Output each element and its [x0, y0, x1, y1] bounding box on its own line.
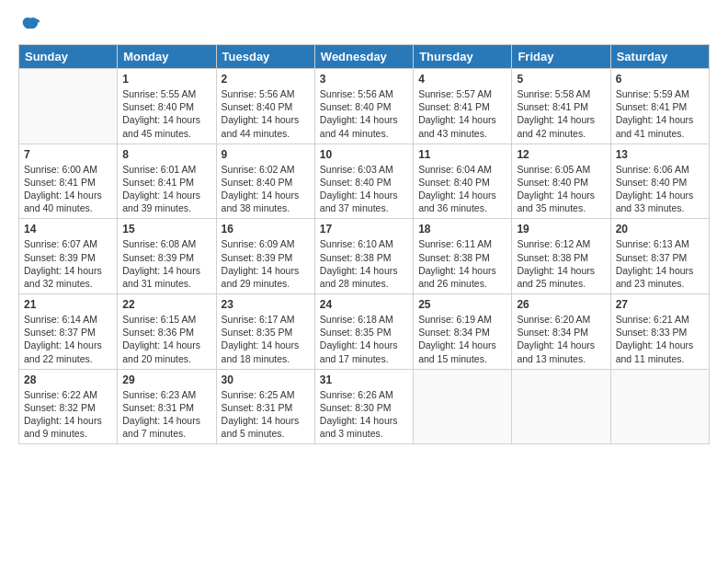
- calendar-body: 1Sunrise: 5:55 AM Sunset: 8:40 PM Daylig…: [19, 69, 710, 444]
- day-number: 23: [222, 298, 310, 311]
- calendar-cell: [19, 69, 118, 144]
- calendar-cell: 20Sunrise: 6:13 AM Sunset: 8:37 PM Dayli…: [610, 219, 709, 294]
- day-info: Sunrise: 6:25 AM Sunset: 8:31 PM Dayligh…: [222, 388, 310, 441]
- day-info: Sunrise: 6:19 AM Sunset: 8:34 PM Dayligh…: [418, 313, 506, 365]
- day-info: Sunrise: 6:08 AM Sunset: 8:39 PM Dayligh…: [122, 237, 210, 290]
- day-info: Sunrise: 6:06 AM Sunset: 8:40 PM Dayligh…: [616, 163, 704, 215]
- days-of-week-row: SundayMondayTuesdayWednesdayThursdayFrid…: [19, 45, 710, 69]
- day-number: 20: [616, 223, 704, 236]
- day-number: 30: [222, 373, 310, 386]
- day-info: Sunrise: 6:01 AM Sunset: 8:41 PM Dayligh…: [122, 163, 210, 215]
- day-of-week-sunday: Sunday: [19, 45, 118, 69]
- day-info: Sunrise: 6:02 AM Sunset: 8:40 PM Dayligh…: [222, 163, 310, 215]
- day-of-week-friday: Friday: [512, 45, 610, 69]
- calendar-cell: 22Sunrise: 6:15 AM Sunset: 8:36 PM Dayli…: [118, 294, 216, 370]
- calendar-cell: 2Sunrise: 5:56 AM Sunset: 8:40 PM Daylig…: [216, 69, 314, 144]
- calendar-cell: 18Sunrise: 6:11 AM Sunset: 8:38 PM Dayli…: [414, 219, 512, 294]
- week-row-1: 1Sunrise: 5:55 AM Sunset: 8:40 PM Daylig…: [19, 69, 710, 144]
- calendar-cell: 24Sunrise: 6:18 AM Sunset: 8:35 PM Dayli…: [314, 294, 413, 370]
- day-number: 13: [616, 148, 704, 161]
- day-number: 19: [517, 223, 605, 236]
- day-of-week-wednesday: Wednesday: [314, 45, 413, 69]
- day-of-week-monday: Monday: [118, 45, 216, 69]
- calendar-cell: 19Sunrise: 6:12 AM Sunset: 8:38 PM Dayli…: [512, 219, 610, 294]
- calendar-cell: [414, 369, 512, 444]
- calendar-cell: 1Sunrise: 5:55 AM Sunset: 8:40 PM Daylig…: [118, 69, 216, 144]
- day-info: Sunrise: 5:55 AM Sunset: 8:40 PM Dayligh…: [122, 87, 210, 140]
- day-number: 12: [517, 148, 605, 161]
- day-number: 27: [616, 298, 704, 311]
- calendar-cell: 16Sunrise: 6:09 AM Sunset: 8:39 PM Dayli…: [216, 219, 314, 294]
- week-row-2: 7Sunrise: 6:00 AM Sunset: 8:41 PM Daylig…: [19, 144, 710, 219]
- day-info: Sunrise: 6:22 AM Sunset: 8:32 PM Dayligh…: [24, 388, 112, 441]
- day-number: 6: [616, 73, 704, 86]
- logo: [18, 15, 40, 35]
- calendar-cell: 9Sunrise: 6:02 AM Sunset: 8:40 PM Daylig…: [216, 144, 314, 219]
- calendar-cell: 27Sunrise: 6:21 AM Sunset: 8:33 PM Dayli…: [610, 294, 709, 370]
- day-number: 10: [320, 148, 408, 161]
- calendar-cell: 12Sunrise: 6:05 AM Sunset: 8:40 PM Dayli…: [512, 144, 610, 219]
- day-info: Sunrise: 6:21 AM Sunset: 8:33 PM Dayligh…: [616, 313, 704, 365]
- calendar-cell: [512, 369, 610, 444]
- day-info: Sunrise: 6:03 AM Sunset: 8:40 PM Dayligh…: [320, 163, 408, 215]
- day-info: Sunrise: 6:00 AM Sunset: 8:41 PM Dayligh…: [24, 163, 112, 215]
- calendar-cell: 29Sunrise: 6:23 AM Sunset: 8:31 PM Dayli…: [118, 369, 216, 444]
- day-info: Sunrise: 5:56 AM Sunset: 8:40 PM Dayligh…: [320, 87, 408, 140]
- day-number: 21: [24, 298, 112, 311]
- calendar-header: SundayMondayTuesdayWednesdayThursdayFrid…: [19, 45, 710, 69]
- day-number: 15: [122, 223, 210, 236]
- day-info: Sunrise: 6:18 AM Sunset: 8:35 PM Dayligh…: [320, 313, 408, 365]
- day-number: 26: [517, 298, 605, 311]
- day-number: 1: [122, 73, 210, 86]
- day-info: Sunrise: 6:07 AM Sunset: 8:39 PM Dayligh…: [24, 237, 112, 290]
- day-info: Sunrise: 6:26 AM Sunset: 8:30 PM Dayligh…: [320, 388, 408, 441]
- day-info: Sunrise: 6:12 AM Sunset: 8:38 PM Dayligh…: [517, 237, 605, 290]
- day-info: Sunrise: 6:05 AM Sunset: 8:40 PM Dayligh…: [517, 163, 605, 215]
- calendar-cell: 10Sunrise: 6:03 AM Sunset: 8:40 PM Dayli…: [314, 144, 413, 219]
- day-number: 9: [222, 148, 310, 161]
- calendar-cell: 17Sunrise: 6:10 AM Sunset: 8:38 PM Dayli…: [314, 219, 413, 294]
- day-number: 11: [418, 148, 506, 161]
- day-info: Sunrise: 6:13 AM Sunset: 8:37 PM Dayligh…: [616, 237, 704, 290]
- day-of-week-tuesday: Tuesday: [216, 45, 314, 69]
- calendar-cell: 4Sunrise: 5:57 AM Sunset: 8:41 PM Daylig…: [414, 69, 512, 144]
- calendar-cell: 21Sunrise: 6:14 AM Sunset: 8:37 PM Dayli…: [19, 294, 118, 370]
- day-number: 17: [320, 223, 408, 236]
- calendar-cell: 7Sunrise: 6:00 AM Sunset: 8:41 PM Daylig…: [19, 144, 118, 219]
- calendar-cell: 25Sunrise: 6:19 AM Sunset: 8:34 PM Dayli…: [414, 294, 512, 370]
- day-number: 25: [418, 298, 506, 311]
- day-info: Sunrise: 6:23 AM Sunset: 8:31 PM Dayligh…: [122, 388, 210, 441]
- page: SundayMondayTuesdayWednesdayThursdayFrid…: [0, 0, 728, 563]
- calendar-cell: 31Sunrise: 6:26 AM Sunset: 8:30 PM Dayli…: [314, 369, 413, 444]
- calendar-cell: 13Sunrise: 6:06 AM Sunset: 8:40 PM Dayli…: [610, 144, 709, 219]
- day-info: Sunrise: 6:20 AM Sunset: 8:34 PM Dayligh…: [517, 313, 605, 365]
- day-number: 2: [222, 73, 310, 86]
- day-info: Sunrise: 6:11 AM Sunset: 8:38 PM Dayligh…: [418, 237, 506, 290]
- day-info: Sunrise: 5:59 AM Sunset: 8:41 PM Dayligh…: [616, 87, 704, 140]
- day-info: Sunrise: 6:17 AM Sunset: 8:35 PM Dayligh…: [222, 313, 310, 365]
- day-info: Sunrise: 5:56 AM Sunset: 8:40 PM Dayligh…: [222, 87, 310, 140]
- calendar-cell: 5Sunrise: 5:58 AM Sunset: 8:41 PM Daylig…: [512, 69, 610, 144]
- week-row-4: 21Sunrise: 6:14 AM Sunset: 8:37 PM Dayli…: [19, 294, 710, 370]
- day-info: Sunrise: 6:15 AM Sunset: 8:36 PM Dayligh…: [122, 313, 210, 365]
- calendar-cell: 11Sunrise: 6:04 AM Sunset: 8:40 PM Dayli…: [414, 144, 512, 219]
- day-number: 18: [418, 223, 506, 236]
- day-number: 29: [122, 373, 210, 386]
- day-info: Sunrise: 6:10 AM Sunset: 8:38 PM Dayligh…: [320, 237, 408, 290]
- calendar-cell: 28Sunrise: 6:22 AM Sunset: 8:32 PM Dayli…: [19, 369, 118, 444]
- week-row-3: 14Sunrise: 6:07 AM Sunset: 8:39 PM Dayli…: [19, 219, 710, 294]
- logo-text: [18, 15, 40, 35]
- day-info: Sunrise: 5:58 AM Sunset: 8:41 PM Dayligh…: [517, 87, 605, 140]
- calendar-cell: 8Sunrise: 6:01 AM Sunset: 8:41 PM Daylig…: [118, 144, 216, 219]
- calendar-cell: 15Sunrise: 6:08 AM Sunset: 8:39 PM Dayli…: [118, 219, 216, 294]
- day-number: 22: [122, 298, 210, 311]
- day-info: Sunrise: 6:14 AM Sunset: 8:37 PM Dayligh…: [24, 313, 112, 365]
- calendar-cell: [610, 369, 709, 444]
- day-number: 28: [24, 373, 112, 386]
- calendar-table: SundayMondayTuesdayWednesdayThursdayFrid…: [18, 44, 710, 444]
- day-number: 24: [320, 298, 408, 311]
- day-of-week-thursday: Thursday: [414, 45, 512, 69]
- day-number: 5: [517, 73, 605, 86]
- calendar-cell: 30Sunrise: 6:25 AM Sunset: 8:31 PM Dayli…: [216, 369, 314, 444]
- day-number: 31: [320, 373, 408, 386]
